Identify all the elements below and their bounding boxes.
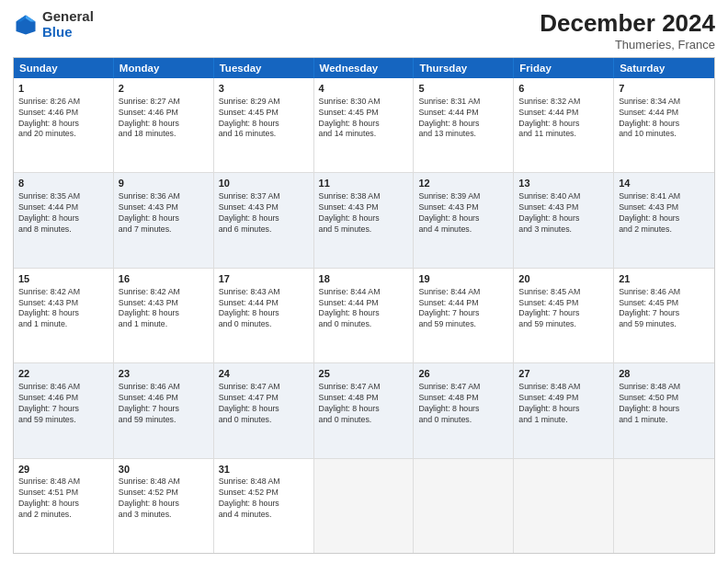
- day-info-line: and 0 minutes.: [319, 415, 409, 426]
- day-info-line: Sunrise: 8:31 AM: [418, 97, 508, 108]
- day-info-line: and 10 minutes.: [619, 129, 710, 140]
- calendar-cell: 11Sunrise: 8:38 AMSunset: 4:43 PMDayligh…: [314, 173, 415, 267]
- day-info-line: Daylight: 8 hours: [119, 308, 209, 319]
- calendar-cell: 23Sunrise: 8:46 AMSunset: 4:46 PMDayligh…: [114, 363, 214, 457]
- calendar-cell: 2Sunrise: 8:27 AMSunset: 4:46 PMDaylight…: [114, 78, 214, 172]
- day-info-line: Daylight: 7 hours: [18, 404, 108, 415]
- day-number: 29: [18, 463, 108, 477]
- day-info-line: and 4 minutes.: [219, 510, 309, 521]
- day-number: 12: [418, 177, 508, 190]
- calendar-cell: 25Sunrise: 8:47 AMSunset: 4:48 PMDayligh…: [314, 363, 415, 457]
- day-info-line: Sunrise: 8:36 AM: [119, 191, 209, 202]
- calendar-cell: 14Sunrise: 8:41 AMSunset: 4:43 PMDayligh…: [614, 173, 714, 267]
- calendar-row: 29Sunrise: 8:48 AMSunset: 4:51 PMDayligh…: [14, 459, 714, 553]
- calendar-cell: 17Sunrise: 8:43 AMSunset: 4:44 PMDayligh…: [214, 269, 314, 362]
- month-year: December 2024: [540, 9, 715, 38]
- day-info-line: Sunset: 4:43 PM: [418, 202, 508, 213]
- calendar-cell: 12Sunrise: 8:39 AMSunset: 4:43 PMDayligh…: [414, 173, 514, 267]
- day-info-line: and 20 minutes.: [18, 129, 108, 140]
- day-number: 22: [18, 367, 108, 381]
- day-info-line: Daylight: 7 hours: [619, 308, 710, 319]
- calendar-cell: 20Sunrise: 8:45 AMSunset: 4:45 PMDayligh…: [514, 269, 614, 362]
- weekday-header: Friday: [514, 58, 614, 78]
- day-info-line: Sunset: 4:49 PM: [518, 393, 609, 404]
- day-number: 23: [119, 367, 209, 381]
- calendar-cell: [514, 459, 614, 553]
- weekday-header: Tuesday: [214, 58, 314, 78]
- day-info-line: Sunset: 4:44 PM: [418, 298, 508, 309]
- day-info-line: and 0 minutes.: [418, 415, 508, 426]
- calendar-cell: 15Sunrise: 8:42 AMSunset: 4:43 PMDayligh…: [14, 269, 114, 362]
- day-number: 4: [319, 82, 409, 96]
- calendar-cell: 16Sunrise: 8:42 AMSunset: 4:43 PMDayligh…: [114, 269, 214, 362]
- day-number: 3: [219, 82, 309, 96]
- day-info-line: and 18 minutes.: [119, 129, 209, 140]
- logo-icon: [13, 12, 39, 38]
- calendar-header: SundayMondayTuesdayWednesdayThursdayFrid…: [14, 58, 714, 78]
- day-info-line: Daylight: 8 hours: [619, 404, 710, 415]
- day-info-line: Daylight: 8 hours: [319, 213, 409, 224]
- day-info-line: Sunrise: 8:48 AM: [518, 382, 609, 393]
- day-info-line: Daylight: 7 hours: [119, 404, 209, 415]
- day-info-line: Daylight: 8 hours: [219, 308, 309, 319]
- calendar-cell: 30Sunrise: 8:48 AMSunset: 4:52 PMDayligh…: [114, 459, 214, 553]
- day-info-line: Daylight: 8 hours: [119, 213, 209, 224]
- day-info-line: Sunset: 4:48 PM: [319, 393, 409, 404]
- day-info-line: and 1 minute.: [619, 415, 710, 426]
- day-info-line: Daylight: 8 hours: [319, 404, 409, 415]
- day-info-line: Sunset: 4:43 PM: [119, 298, 209, 309]
- day-info-line: Sunset: 4:43 PM: [219, 202, 309, 213]
- day-info-line: and 16 minutes.: [219, 129, 309, 140]
- calendar-cell: 24Sunrise: 8:47 AMSunset: 4:47 PMDayligh…: [214, 363, 314, 457]
- day-info-line: Sunrise: 8:30 AM: [319, 97, 409, 108]
- calendar-cell: 7Sunrise: 8:34 AMSunset: 4:44 PMDaylight…: [614, 78, 714, 172]
- day-number: 17: [219, 272, 309, 286]
- calendar-body: 1Sunrise: 8:26 AMSunset: 4:46 PMDaylight…: [14, 78, 714, 553]
- day-info-line: Daylight: 8 hours: [418, 213, 508, 224]
- day-info-line: and 4 minutes.: [418, 224, 508, 236]
- day-info-line: and 59 minutes.: [418, 319, 508, 330]
- day-info-line: Sunrise: 8:44 AM: [418, 287, 508, 298]
- day-info-line: Sunset: 4:43 PM: [119, 202, 209, 213]
- day-info-line: Sunset: 4:43 PM: [518, 202, 609, 213]
- weekday-header: Saturday: [614, 58, 714, 78]
- calendar-cell: 27Sunrise: 8:48 AMSunset: 4:49 PMDayligh…: [514, 363, 614, 457]
- day-info-line: Daylight: 8 hours: [219, 499, 309, 510]
- title-block: December 2024 Thumeries, France: [540, 9, 715, 52]
- day-info-line: Sunrise: 8:48 AM: [619, 382, 710, 393]
- day-info-line: Daylight: 8 hours: [119, 499, 209, 510]
- day-info-line: Daylight: 8 hours: [18, 119, 108, 130]
- day-info-line: Sunrise: 8:40 AM: [518, 191, 609, 202]
- day-info-line: Daylight: 8 hours: [18, 308, 108, 319]
- day-info-line: Sunset: 4:44 PM: [619, 108, 710, 119]
- day-info-line: and 6 minutes.: [219, 224, 309, 236]
- calendar-cell: 4Sunrise: 8:30 AMSunset: 4:45 PMDaylight…: [314, 78, 415, 172]
- day-info-line: Sunrise: 8:38 AM: [319, 191, 409, 202]
- day-number: 9: [119, 177, 209, 190]
- day-info-line: Sunset: 4:44 PM: [418, 108, 508, 119]
- day-info-line: and 59 minutes.: [619, 319, 710, 330]
- day-info-line: Sunrise: 8:27 AM: [119, 97, 209, 108]
- day-info-line: Daylight: 8 hours: [119, 119, 209, 130]
- day-info-line: Sunset: 4:44 PM: [518, 108, 609, 119]
- day-info-line: and 1 minute.: [119, 319, 209, 330]
- day-number: 7: [619, 82, 710, 96]
- day-info-line: Daylight: 8 hours: [319, 119, 409, 130]
- calendar-cell: 1Sunrise: 8:26 AMSunset: 4:46 PMDaylight…: [14, 78, 114, 172]
- day-number: 30: [119, 463, 209, 477]
- calendar-cell: 26Sunrise: 8:47 AMSunset: 4:48 PMDayligh…: [414, 363, 514, 457]
- logo: General Blue: [13, 9, 94, 40]
- day-info-line: and 2 minutes.: [18, 510, 108, 521]
- day-info-line: Daylight: 8 hours: [319, 308, 409, 319]
- day-info-line: Daylight: 8 hours: [619, 213, 710, 224]
- calendar-cell: 28Sunrise: 8:48 AMSunset: 4:50 PMDayligh…: [614, 363, 714, 457]
- day-info-line: Daylight: 8 hours: [518, 213, 609, 224]
- day-info-line: and 14 minutes.: [319, 129, 409, 140]
- calendar-cell: 6Sunrise: 8:32 AMSunset: 4:44 PMDaylight…: [514, 78, 614, 172]
- day-info-line: and 1 minute.: [18, 319, 108, 330]
- day-number: 10: [219, 177, 309, 190]
- day-info-line: and 0 minutes.: [219, 415, 309, 426]
- logo-text: General Blue: [42, 9, 94, 40]
- day-number: 5: [418, 82, 508, 96]
- day-info-line: and 2 minutes.: [619, 224, 710, 236]
